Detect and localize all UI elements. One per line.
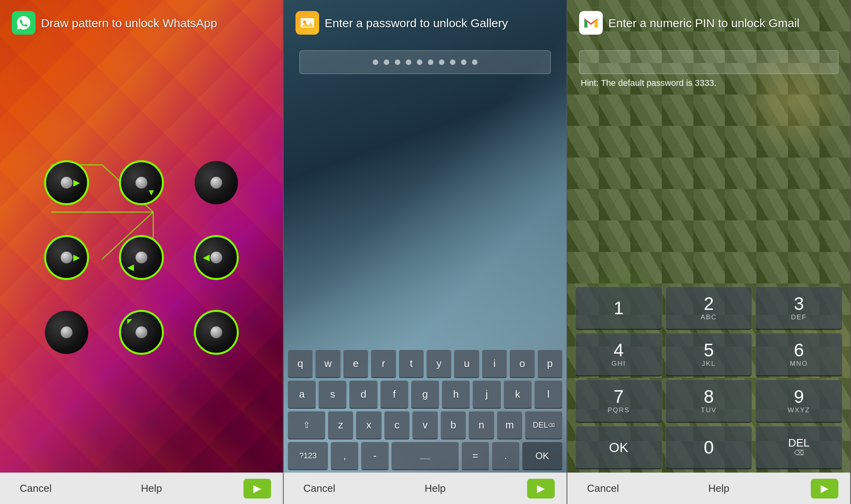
key-dash[interactable]: - [361, 442, 389, 470]
key-comma[interactable]: , [331, 442, 359, 470]
num-key-5[interactable]: 5 JKL [665, 333, 753, 376]
key-c[interactable]: c [384, 411, 410, 439]
gallery-cancel-button[interactable]: Cancel [295, 478, 343, 498]
key-t[interactable]: t [399, 350, 424, 378]
num-key-4[interactable]: 4 GHI [575, 333, 662, 376]
pattern-dot-6[interactable] [41, 307, 92, 358]
key-m[interactable]: m [497, 411, 523, 439]
num-key-ok[interactable]: OK [575, 426, 662, 469]
pwd-dot-4 [417, 59, 422, 65]
key-b[interactable]: b [440, 411, 466, 439]
key-space[interactable]: ___ [391, 442, 459, 470]
key-h[interactable]: h [442, 380, 470, 409]
whatsapp-bottom-bar: Cancel Help [0, 472, 283, 504]
pwd-dot-7 [450, 59, 455, 65]
key-n[interactable]: n [468, 411, 494, 439]
key-equals[interactable]: = [461, 442, 489, 470]
gallery-header: Enter a password to unlock Gallery [284, 0, 567, 43]
whatsapp-header: Draw pattern to unlock WhatsApp [0, 0, 283, 43]
key-f[interactable]: f [380, 380, 409, 409]
pwd-dot-6 [439, 59, 444, 65]
pattern-area[interactable]: ▶ ▼ ▶ [0, 43, 283, 504]
keyboard-row-4: ?123 , - ___ = . OK [288, 442, 563, 470]
pwd-dot-1 [384, 59, 389, 65]
gmail-panel: Enter a numeric PIN to unlock Gmail Hint… [567, 0, 851, 504]
gallery-next-button[interactable] [527, 479, 555, 498]
key-j[interactable]: j [472, 380, 501, 409]
whatsapp-help-button[interactable]: Help [133, 478, 170, 498]
key-del[interactable]: DEL⌫ [525, 411, 563, 439]
key-p[interactable]: p [537, 350, 563, 378]
gallery-icon [295, 11, 319, 35]
key-shift[interactable]: ⇧ [288, 411, 325, 439]
key-e[interactable]: e [343, 350, 368, 378]
gallery-help-button[interactable]: Help [417, 478, 453, 498]
gmail-title: Enter a numeric PIN to unlock Gmail [608, 15, 799, 31]
whatsapp-next-button[interactable] [243, 479, 271, 498]
pattern-dot-0[interactable]: ▶ [41, 157, 92, 208]
gmail-cancel-button[interactable]: Cancel [579, 478, 627, 498]
key-d[interactable]: d [349, 380, 377, 409]
gallery-title: Enter a password to unlock Gallery [325, 15, 508, 31]
key-y[interactable]: y [426, 350, 452, 378]
whatsapp-title: Draw pattern to unlock WhatsApp [41, 15, 217, 31]
key-s[interactable]: s [318, 380, 347, 409]
pwd-dot-0 [373, 59, 378, 65]
pattern-dot-5[interactable]: ◀ [191, 232, 242, 283]
num-key-del[interactable]: DEL ⌫ [755, 426, 842, 469]
key-x[interactable]: x [356, 411, 382, 439]
key-num-switch[interactable]: ?123 [288, 442, 328, 470]
num-key-2[interactable]: 2 ABC [665, 287, 753, 330]
num-key-1[interactable]: 1 [575, 287, 662, 330]
pwd-dot-3 [406, 59, 411, 65]
keyboard-row-2: a s d f g h j k l [288, 380, 563, 409]
pattern-dot-7[interactable]: ◤ [116, 307, 167, 358]
pattern-dot-8[interactable] [191, 307, 242, 358]
gmail-next-button[interactable] [811, 479, 838, 498]
num-key-0[interactable]: 0 [665, 426, 753, 469]
key-a[interactable]: a [288, 380, 316, 409]
gmail-bottom-bar: Cancel Help [567, 472, 850, 504]
numpad-row-2: 4 GHI 5 JKL 6 MNO [575, 333, 842, 376]
key-k[interactable]: k [504, 380, 532, 409]
gmail-numpad: 1 2 ABC 3 DEF 4 GHI 5 JKL 6 MNO [567, 287, 850, 472]
num-key-7[interactable]: 7 PQRS [575, 380, 662, 423]
whatsapp-icon [12, 11, 35, 35]
num-key-9[interactable]: 9 WXYZ [755, 380, 842, 423]
key-period[interactable]: . [492, 442, 520, 470]
key-ok[interactable]: OK [522, 442, 563, 470]
gmail-icon [579, 11, 603, 35]
key-r[interactable]: r [371, 350, 396, 378]
gallery-bottom-bar: Cancel Help [284, 472, 567, 504]
pattern-dot-1[interactable]: ▼ [116, 157, 167, 208]
gmail-help-button[interactable]: Help [700, 478, 737, 498]
pin-input-box[interactable] [579, 50, 838, 74]
num-key-8[interactable]: 8 TUV [665, 380, 753, 423]
key-w[interactable]: w [315, 350, 340, 378]
key-o[interactable]: o [509, 350, 535, 378]
pattern-dot-3[interactable]: ▶ [41, 232, 92, 283]
key-u[interactable]: u [454, 350, 479, 378]
pwd-dot-2 [395, 59, 400, 65]
whatsapp-panel: Draw pattern to unlock WhatsApp ▶ ▼ [0, 0, 284, 504]
pattern-grid: ▶ ▼ ▶ [33, 149, 250, 366]
key-l[interactable]: l [534, 380, 563, 409]
pattern-dot-4[interactable]: ◀ [116, 232, 167, 283]
numpad-row-4: OK 0 DEL ⌫ [575, 426, 842, 469]
key-z[interactable]: z [328, 411, 354, 439]
gallery-password-input-area [284, 43, 567, 78]
key-q[interactable]: q [288, 350, 313, 378]
keyboard-row-1: q w e r t y u i o p [288, 350, 563, 378]
key-g[interactable]: g [411, 380, 439, 409]
num-key-6[interactable]: 6 MNO [755, 333, 842, 376]
num-key-3[interactable]: 3 DEF [755, 287, 842, 330]
key-v[interactable]: v [412, 411, 438, 439]
pwd-dot-5 [428, 59, 433, 65]
key-i[interactable]: i [482, 350, 507, 378]
password-dots-row[interactable] [299, 50, 551, 74]
whatsapp-cancel-button[interactable]: Cancel [12, 478, 59, 498]
gallery-keyboard: q w e r t y u i o p a s d f g h j k l ⇧ … [284, 350, 567, 472]
pattern-dot-2[interactable] [191, 157, 242, 208]
numpad-row-1: 1 2 ABC 3 DEF [575, 287, 842, 330]
gmail-header: Enter a numeric PIN to unlock Gmail [567, 0, 850, 43]
